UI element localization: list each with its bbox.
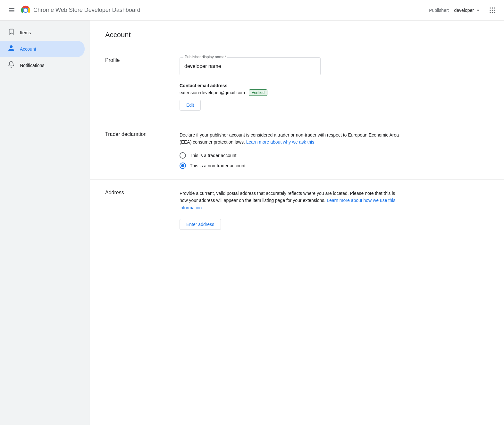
svg-point-11	[494, 10, 495, 11]
sidebar: Items Account Notifications	[0, 21, 90, 425]
page-layout: Items Account Notifications Account	[0, 21, 504, 425]
address-section: Address Provide a current, valid postal …	[90, 179, 504, 240]
svg-point-5	[24, 8, 28, 12]
profile-label: Profile	[105, 57, 169, 111]
enter-address-button[interactable]: Enter address	[180, 219, 221, 230]
menu-button[interactable]	[5, 4, 18, 17]
publisher-label: Publisher:	[429, 8, 449, 13]
publisher-name-input[interactable]	[180, 57, 321, 75]
apps-button[interactable]	[486, 4, 499, 17]
radio-inner-dot	[181, 164, 184, 167]
trader-account-label: This is a trader account	[190, 153, 237, 158]
non-trader-radio-checked[interactable]	[180, 162, 186, 169]
svg-point-10	[492, 10, 493, 11]
svg-point-9	[490, 10, 491, 11]
non-trader-account-label: This is a non-trader account	[190, 163, 246, 168]
chevron-down-icon	[475, 7, 481, 13]
svg-point-12	[490, 12, 491, 13]
publisher-name-field-group: Publisher display name*	[180, 57, 404, 75]
page-title: Account	[90, 21, 504, 47]
svg-rect-2	[9, 12, 14, 12]
svg-point-6	[490, 7, 491, 9]
trader-radio-unchecked[interactable]	[180, 152, 186, 159]
trader-radio-group: This is a trader account This is a non-t…	[180, 152, 404, 169]
trader-account-option[interactable]: This is a trader account	[180, 152, 404, 159]
address-content: Provide a current, valid postal address …	[180, 190, 404, 230]
contact-email-row: extension-developer@gmail.com Verified	[180, 89, 404, 96]
contact-email-section: Contact email address extension-develope…	[180, 83, 404, 111]
chrome-logo-icon	[21, 5, 31, 15]
main-content: Account Profile Publisher display name* …	[90, 21, 504, 425]
address-description: Provide a current, valid postal address …	[180, 190, 404, 211]
app-logo	[21, 5, 31, 15]
address-label: Address	[105, 190, 169, 230]
person-icon	[8, 45, 15, 53]
contact-email-value: extension-developer@gmail.com	[180, 90, 245, 95]
sidebar-notifications-label: Notifications	[20, 63, 44, 68]
sidebar-item-notifications[interactable]: Notifications	[0, 57, 85, 73]
trader-description: Declare if your publisher account is con…	[180, 131, 404, 146]
bookmark-icon	[8, 28, 15, 37]
publisher-name-label: Publisher display name*	[183, 55, 227, 59]
svg-rect-0	[9, 8, 14, 9]
svg-point-8	[494, 7, 495, 9]
sidebar-items-label: Items	[20, 30, 31, 35]
svg-point-14	[494, 12, 495, 13]
contact-email-label: Contact email address	[180, 83, 404, 88]
notifications-icon	[8, 61, 15, 70]
sidebar-item-account[interactable]: Account	[0, 41, 85, 57]
trader-declaration-section: Trader declaration Declare if your publi…	[90, 121, 504, 179]
svg-rect-1	[9, 10, 14, 11]
non-trader-account-option[interactable]: This is a non-trader account	[180, 162, 404, 169]
profile-content: Publisher display name* Contact email ad…	[180, 57, 404, 111]
header-right: Publisher: developer	[429, 4, 499, 17]
sidebar-item-items[interactable]: Items	[0, 24, 85, 41]
app-title: Chrome Web Store Developer Dashboard	[33, 7, 140, 13]
trader-learn-more-link[interactable]: Learn more about why we ask this	[246, 139, 314, 145]
app-header: Chrome Web Store Developer Dashboard Pub…	[0, 0, 504, 21]
profile-section: Profile Publisher display name* Contact …	[90, 47, 504, 121]
trader-declaration-label: Trader declaration	[105, 131, 169, 169]
publisher-dropdown[interactable]: developer	[454, 7, 481, 13]
edit-email-button[interactable]: Edit	[180, 100, 201, 111]
trader-declaration-content: Declare if your publisher account is con…	[180, 131, 404, 169]
publisher-name-wrapper: Publisher display name*	[180, 57, 321, 75]
svg-point-13	[492, 12, 493, 13]
sidebar-account-label: Account	[20, 46, 36, 52]
svg-point-7	[492, 7, 493, 9]
verified-badge: Verified	[249, 89, 267, 96]
